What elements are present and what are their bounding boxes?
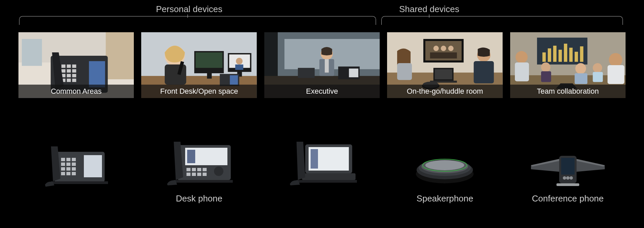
svg-rect-89 [66, 167, 70, 171]
svg-rect-13 [67, 74, 71, 77]
svg-rect-32 [230, 75, 238, 85]
svg-rect-9 [61, 69, 65, 73]
category-brackets [18, 16, 626, 26]
svg-rect-66 [564, 44, 567, 62]
category-shared-label: Shared devices [399, 4, 459, 14]
svg-rect-41 [298, 68, 315, 78]
scenario-card-huddle-room: On-the-go/huddle room [387, 32, 502, 98]
svg-rect-105 [203, 173, 207, 176]
svg-rect-67 [569, 48, 573, 62]
svg-rect-101 [203, 168, 207, 171]
svg-point-74 [575, 63, 586, 74]
svg-rect-83 [66, 158, 70, 161]
svg-point-70 [516, 51, 528, 63]
svg-point-122 [563, 176, 566, 180]
svg-rect-21 [165, 64, 186, 85]
svg-rect-11 [72, 69, 76, 73]
svg-rect-111 [302, 173, 356, 180]
svg-rect-68 [575, 52, 578, 62]
svg-rect-73 [541, 71, 551, 82]
svg-rect-100 [197, 168, 201, 171]
svg-rect-85 [61, 163, 65, 166]
svg-rect-64 [553, 46, 556, 62]
svg-rect-7 [67, 64, 71, 68]
svg-rect-14 [72, 74, 76, 77]
svg-rect-77 [593, 72, 603, 82]
svg-rect-86 [66, 163, 70, 166]
scenario-card-executive: Executive [264, 32, 380, 98]
svg-rect-17 [72, 79, 76, 82]
svg-rect-125 [556, 183, 579, 186]
svg-rect-104 [197, 173, 201, 176]
svg-point-48 [448, 46, 453, 51]
device-speakerphone: Speakerphone [387, 135, 502, 204]
scenario-card-front-desk: Front Desk/Open space [141, 32, 257, 98]
device-label: Desk phone [176, 193, 222, 204]
device-label: Speakerphone [417, 193, 473, 204]
device-deskphone-2: Desk phone [141, 135, 257, 204]
svg-point-72 [541, 62, 550, 72]
svg-rect-65 [558, 50, 562, 62]
svg-rect-8 [72, 64, 76, 68]
scenario-caption: On-the-go/huddle room [407, 87, 483, 96]
svg-rect-84 [72, 158, 76, 161]
svg-rect-98 [186, 168, 191, 171]
svg-point-118 [425, 160, 464, 170]
device-conference-phone: Conference phone [510, 135, 626, 204]
svg-rect-10 [67, 69, 71, 73]
svg-rect-91 [61, 172, 65, 175]
svg-rect-93 [72, 172, 76, 175]
svg-point-123 [566, 176, 570, 180]
svg-rect-99 [192, 168, 196, 171]
svg-rect-97 [187, 150, 195, 163]
svg-rect-75 [575, 73, 587, 84]
svg-rect-51 [397, 63, 412, 80]
svg-rect-40 [349, 69, 358, 77]
svg-rect-90 [72, 167, 76, 171]
scenario-caption: Front Desk/Open space [160, 87, 238, 96]
svg-rect-121 [561, 158, 575, 175]
svg-rect-102 [186, 173, 191, 176]
scenario-caption: Common Areas [51, 87, 102, 96]
scenario-caption: Team collaboration [537, 87, 599, 96]
device-deskphone-1 [18, 135, 134, 204]
svg-rect-82 [61, 158, 65, 161]
svg-rect-110 [311, 149, 318, 169]
svg-rect-49 [430, 52, 457, 58]
svg-rect-63 [548, 48, 551, 62]
svg-rect-24 [196, 52, 223, 68]
svg-rect-92 [66, 172, 70, 175]
svg-point-124 [570, 176, 573, 180]
svg-rect-16 [67, 79, 71, 82]
category-personal-label: Personal devices [156, 4, 222, 14]
svg-rect-112 [297, 180, 357, 183]
svg-rect-88 [61, 167, 65, 171]
scenario-card-common-areas: Common Areas [18, 32, 134, 98]
svg-rect-28 [235, 64, 244, 70]
svg-rect-55 [435, 69, 452, 79]
svg-rect-81 [84, 155, 102, 177]
svg-rect-6 [61, 64, 65, 68]
svg-point-46 [433, 46, 439, 51]
svg-rect-107 [174, 180, 233, 183]
scenario-card-team-collaboration: Team collaboration [510, 32, 626, 98]
svg-point-106 [214, 167, 223, 176]
svg-rect-2 [22, 39, 42, 66]
svg-point-47 [441, 46, 446, 51]
device-label: Conference phone [532, 193, 604, 204]
svg-point-78 [609, 53, 622, 66]
svg-rect-29 [207, 73, 212, 79]
svg-rect-103 [192, 173, 196, 176]
svg-rect-87 [72, 163, 76, 166]
svg-point-76 [593, 63, 602, 73]
svg-point-27 [236, 58, 243, 64]
device-deskphone-3 [264, 135, 380, 204]
svg-rect-5 [89, 61, 105, 87]
svg-rect-69 [580, 46, 583, 62]
svg-rect-53 [474, 61, 494, 83]
scenario-caption: Executive [306, 87, 338, 96]
svg-rect-79 [607, 65, 624, 84]
svg-rect-94 [51, 181, 108, 184]
svg-rect-3 [106, 32, 134, 79]
svg-rect-71 [515, 62, 529, 81]
